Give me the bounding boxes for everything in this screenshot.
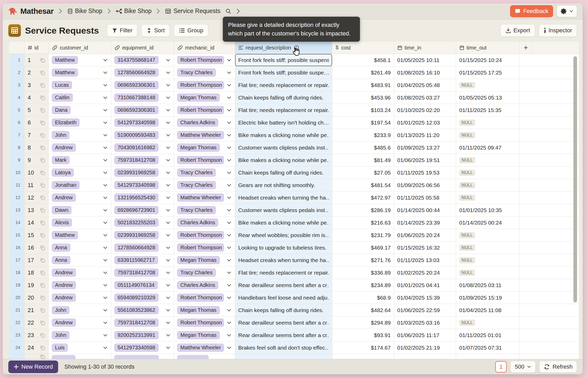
copy-row-button[interactable]: [40, 220, 45, 226]
cell-request_description[interactable]: [235, 354, 332, 359]
cell-time_out[interactable]: NULL: [456, 116, 519, 129]
linked-record-pill[interactable]: Robert Thompson: [177, 319, 224, 327]
cell-equipment_id[interactable]: 0239931969258: [111, 229, 174, 241]
chevron-down-icon[interactable]: [226, 145, 232, 150]
cell-request_description[interactable]: Flat tire; needs replacement or repair.: [235, 104, 332, 116]
linked-record-pill[interactable]: Andrew: [52, 269, 76, 277]
copy-row-button[interactable]: [40, 120, 45, 126]
chevron-down-icon[interactable]: [226, 283, 232, 288]
cell-mechanic_id[interactable]: Charles Adkins: [174, 116, 235, 129]
linked-record-pill[interactable]: 0239931969258: [114, 169, 158, 177]
cell-time_in[interactable]: 01/14/2025 00:44: [394, 204, 456, 216]
chevron-down-icon[interactable]: [103, 233, 108, 238]
linked-record-pill[interactable]: 5561083523862: [114, 306, 158, 314]
row-number-cell[interactable]: 5: [9, 104, 24, 116]
linked-record-pill[interactable]: Megan Thomas: [177, 331, 220, 339]
chevron-down-icon[interactable]: [226, 333, 232, 338]
cell-customer_id[interactable]: Alexis: [49, 216, 111, 229]
linked-record-pill[interactable]: 1278560664928: [114, 244, 158, 252]
chevron-down-icon[interactable]: [103, 183, 108, 188]
cell-time_in[interactable]: 01/11/2025 05:58: [394, 191, 456, 204]
chevron-down-icon[interactable]: [226, 183, 232, 188]
cell-customer_id[interactable]: Elizabeth: [49, 116, 111, 129]
linked-record-pill[interactable]: 5021832255203: [114, 219, 158, 227]
cell-cost[interactable]: $472.97: [332, 191, 394, 204]
cell-time_in[interactable]: [394, 354, 456, 359]
cell-id[interactable]: 9: [24, 154, 49, 166]
cell-id[interactable]: 6: [24, 116, 49, 129]
cell-mechanic_id[interactable]: Tracy Charles: [174, 66, 235, 79]
copy-row-button[interactable]: [40, 345, 45, 351]
chevron-down-icon[interactable]: [103, 308, 108, 313]
linked-record-pill[interactable]: Megan Thomas: [177, 306, 220, 314]
cell-time_out[interactable]: NULL: [456, 229, 519, 241]
linked-record-pill[interactable]: Andrew: [52, 319, 76, 327]
linked-record-pill[interactable]: Matthew Wheeler: [177, 344, 224, 352]
chevron-down-icon[interactable]: [166, 320, 171, 325]
cell-equipment_id[interactable]: 0511149076134: [111, 279, 174, 291]
cell-request_description[interactable]: Handlebars feel loose and need adju…: [235, 292, 332, 304]
linked-record-pill[interactable]: Lucas: [52, 81, 72, 89]
chevron-down-icon[interactable]: [226, 208, 232, 213]
linked-record-pill[interactable]: Dana: [52, 106, 71, 114]
linked-record-pill[interactable]: Megan Thomas: [177, 94, 220, 102]
row-number-cell[interactable]: 17: [9, 254, 24, 266]
linked-record-pill[interactable]: Tracy Charles: [177, 269, 216, 277]
linked-record-pill[interactable]: Megan Thomas: [177, 256, 220, 264]
cell-time_out[interactable]: 01/14/2025 00:24: [456, 216, 519, 229]
cell-id[interactable]: 4: [24, 91, 49, 104]
new-record-button[interactable]: New Record: [8, 361, 58, 373]
cell-time_in[interactable]: 01/02/2025 21:19: [394, 342, 456, 354]
linked-record-pill[interactable]: Robert Thompson: [177, 81, 224, 89]
cell-time_out[interactable]: 01/07/2025 07:31: [456, 342, 519, 354]
chevron-down-icon[interactable]: [226, 308, 232, 313]
cell-request_description[interactable]: Electric bike battery isn't holding ch…: [235, 116, 332, 129]
linked-record-pill[interactable]: Alexis: [52, 219, 72, 227]
vertical-scrollbar[interactable]: [573, 56, 577, 302]
linked-record-pill[interactable]: 5412973340598: [114, 181, 158, 189]
cell-time_out[interactable]: 01/11/2025 15:35: [456, 104, 519, 116]
chevron-down-icon[interactable]: [166, 258, 171, 263]
cell-customer_id[interactable]: Mark: [49, 154, 111, 166]
cell-customer_id[interactable]: Andrew: [49, 292, 111, 304]
linked-record-pill[interactable]: 1321956525430: [114, 194, 158, 202]
cell-equipment_id[interactable]: 7043091616982: [111, 141, 174, 154]
cell-mechanic_id[interactable]: Megan Thomas: [174, 329, 235, 341]
linked-record-pill[interactable]: Robert Thompson: [177, 244, 224, 252]
copy-row-button[interactable]: [40, 207, 45, 213]
cell-time_out[interactable]: 01/11/2025 01:01: [456, 329, 519, 341]
cell-id[interactable]: 20: [24, 292, 49, 304]
cell-cost[interactable]: $261.49: [332, 66, 394, 79]
copy-row-button[interactable]: [40, 57, 45, 63]
cell-mechanic_id[interactable]: Charles Adkins: [174, 216, 235, 229]
cell-customer_id[interactable]: Matthew: [49, 54, 111, 66]
cell-equipment_id[interactable]: 7310667388148: [111, 91, 174, 104]
copy-row-button[interactable]: [40, 70, 45, 76]
chevron-down-icon[interactable]: [166, 270, 171, 275]
cell-id[interactable]: 18: [24, 267, 49, 279]
cell-cost[interactable]: $271.76: [332, 254, 394, 266]
cell-mechanic_id[interactable]: Tracy Charles: [174, 179, 235, 191]
chevron-down-icon[interactable]: [103, 83, 108, 88]
cell-time_in[interactable]: 01/06/2025 22:59: [394, 304, 456, 316]
cell-request_description[interactable]: Rear derailleur seems bent after a cr…: [235, 317, 332, 329]
chevron-down-icon[interactable]: [226, 345, 232, 350]
copy-row-button[interactable]: [40, 257, 45, 263]
cell-time_out[interactable]: 01/08/2025 03:11: [456, 279, 519, 291]
column-header-mechanic_id[interactable]: mechanic_id: [174, 42, 235, 54]
chevron-down-icon[interactable]: [103, 220, 108, 225]
copy-row-button[interactable]: [40, 170, 45, 176]
row-number-cell[interactable]: 11: [9, 179, 24, 191]
cell-cost[interactable]: $485.6: [332, 141, 394, 154]
linked-record-pill[interactable]: 6339115962717: [114, 256, 158, 264]
cell-request_description[interactable]: Bike makes a clicking noise while pe…: [235, 154, 332, 166]
cell-equipment_id[interactable]: 1278560664928: [111, 66, 174, 79]
linked-record-pill[interactable]: Robert Thompson: [177, 294, 224, 302]
cell-id[interactable]: 16: [24, 241, 49, 254]
column-header-time_out[interactable]: time_out: [456, 42, 519, 54]
cell-time_in[interactable]: 01/08/2025 16:10: [394, 66, 456, 79]
cell-id[interactable]: 2: [24, 66, 49, 79]
row-number-cell[interactable]: 16: [9, 241, 24, 254]
linked-record-pill[interactable]: Charles Adkins: [177, 281, 218, 289]
cell-cost[interactable]: $469.17: [332, 241, 394, 254]
